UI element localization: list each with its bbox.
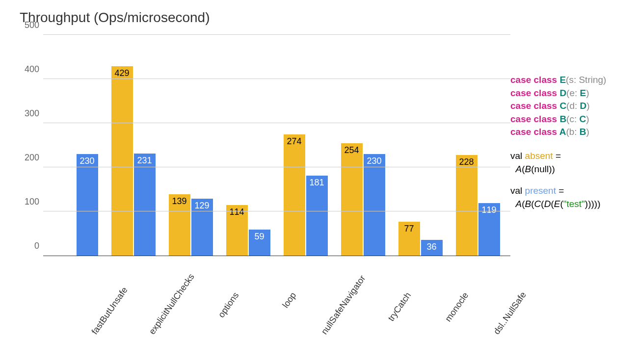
bar-value: 59 xyxy=(254,232,264,242)
eq: = xyxy=(553,151,561,161)
present-decl-line: val present = xyxy=(510,184,626,198)
x-axis-labels: fastButUnsafeexplicitNullChecksoptionslo… xyxy=(43,286,510,354)
bar-absent: 429 xyxy=(111,66,133,256)
bar-absent: 228 xyxy=(456,155,477,256)
bar-absent: 254 xyxy=(341,143,363,256)
bar-present: 59 xyxy=(249,230,270,256)
chart-area: Throughput (Ops/microsecond) 01002003004… xyxy=(20,10,510,354)
plot-area: 2304292311391291145927418125423077362281… xyxy=(43,35,510,256)
bar-present: 230 xyxy=(77,154,98,256)
bar-value: 36 xyxy=(426,242,436,252)
bar-present: 129 xyxy=(191,199,213,256)
y-tick: 500 xyxy=(25,20,39,30)
bar-group: 230 xyxy=(52,35,101,256)
bar-value: 231 xyxy=(137,156,152,166)
bar-absent: 114 xyxy=(226,205,248,256)
bar-absent: 274 xyxy=(284,134,305,256)
expr-E: E xyxy=(554,199,560,209)
present-name: present xyxy=(525,185,556,196)
bar-group: 429231 xyxy=(109,35,158,256)
class-def-line: case class C(d: D) xyxy=(510,100,626,113)
absent-definition: val absent = A(B(null)) xyxy=(510,150,626,176)
expr-B: B xyxy=(525,199,531,209)
absent-decl-line: val absent = xyxy=(510,150,626,163)
grid-line xyxy=(43,211,510,211)
bar-present: 231 xyxy=(134,154,156,256)
bar-group: 139129 xyxy=(166,35,215,256)
y-tick: 400 xyxy=(25,64,39,75)
bar-value: 254 xyxy=(344,145,359,156)
bar-value: 139 xyxy=(172,196,186,207)
bar-value: 230 xyxy=(367,156,381,166)
chart-container: Throughput (Ops/microsecond) 01002003004… xyxy=(0,0,636,364)
plot-wrap: 0100200300400500 23042923113912911459274… xyxy=(20,35,510,282)
bar-value: 181 xyxy=(309,178,324,188)
y-tick: 0 xyxy=(34,241,39,251)
bar-value: 228 xyxy=(459,157,474,167)
grid-line xyxy=(43,123,510,123)
absent-expr-line: A(B(null)) xyxy=(510,163,626,176)
grid-line xyxy=(43,167,510,167)
bars-row: 2304292311391291145927418125423077362281… xyxy=(43,35,510,256)
expr-C: C xyxy=(534,199,541,209)
y-axis: 0100200300400500 xyxy=(20,35,43,256)
bar-present: 181 xyxy=(306,176,328,256)
class-definitions: case class E(s: String)case class D(e: E… xyxy=(510,74,626,139)
bar-value: 77 xyxy=(404,224,414,234)
bar-value: 114 xyxy=(229,207,244,217)
bar-value: 429 xyxy=(114,68,129,78)
class-def-line: case class D(e: E) xyxy=(510,87,626,100)
bar-group: 7736 xyxy=(396,35,445,256)
bar-group: 254230 xyxy=(339,35,388,256)
chart-title: Throughput (Ops/microsecond) xyxy=(20,10,510,26)
bar-value: 129 xyxy=(194,201,209,211)
grid-line xyxy=(43,34,510,35)
rest: (null)) xyxy=(531,164,555,174)
bar-present: 36 xyxy=(421,240,443,256)
bar-group: 274181 xyxy=(281,35,330,256)
grid-line xyxy=(43,78,510,79)
class-def-line: case class A(b: B) xyxy=(510,126,626,139)
eq: = xyxy=(556,185,564,196)
absent-name: absent xyxy=(525,151,553,161)
expr-str: "test" xyxy=(563,199,585,209)
expr-D: D xyxy=(544,199,551,209)
val-kw: val xyxy=(510,185,525,196)
y-tick: 100 xyxy=(25,197,39,207)
present-expr-line: A(B(C(D(E("test"))))) xyxy=(510,198,626,211)
expr-A: A xyxy=(516,199,522,209)
val-kw: val xyxy=(510,151,525,161)
bar-value: 230 xyxy=(80,156,94,166)
bar-value: 274 xyxy=(287,136,301,147)
bar-absent: 139 xyxy=(169,194,190,256)
expr-B: B xyxy=(525,164,531,174)
present-definition: val present = A(B(C(D(E("test"))))) xyxy=(510,184,626,210)
expr-A: A xyxy=(516,164,522,174)
class-def-line: case class B(c: C) xyxy=(510,113,626,126)
class-def-line: case class E(s: String) xyxy=(510,74,626,87)
bar-present: 230 xyxy=(364,154,385,256)
y-tick: 200 xyxy=(25,153,39,163)
bar-group: 11459 xyxy=(224,35,273,256)
bar-group: 228119 xyxy=(453,35,503,256)
bar-value: 119 xyxy=(481,205,496,215)
y-tick: 300 xyxy=(25,108,39,119)
bar-absent: 77 xyxy=(398,222,420,256)
